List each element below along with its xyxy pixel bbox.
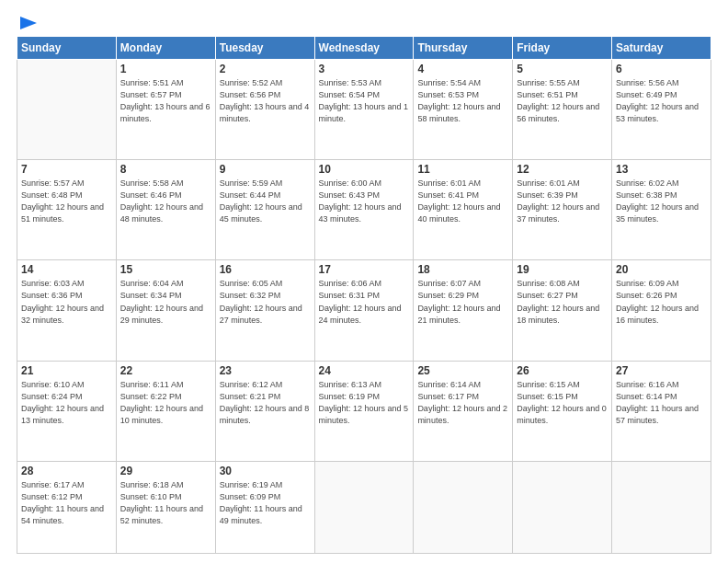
cell-daylight-info: Daylight: 11 hours and 52 minutes. (120, 503, 211, 527)
cell-sun-info: Sunrise: 5:52 AM (220, 77, 311, 89)
day-number: 16 (220, 263, 311, 276)
table-row: 26Sunrise: 6:15 AMSunset: 6:15 PMDayligh… (513, 361, 612, 461)
cell-sun-info: Sunrise: 6:08 AM (517, 278, 608, 290)
cell-daylight-info: Daylight: 12 hours and 5 minutes. (319, 403, 410, 427)
table-row: 17Sunrise: 6:06 AMSunset: 6:31 PMDayligh… (314, 260, 414, 361)
day-number: 10 (319, 163, 410, 176)
table-row: 12Sunrise: 6:01 AMSunset: 6:39 PMDayligh… (513, 160, 612, 260)
cell-daylight-info: Daylight: 12 hours and 16 minutes. (616, 303, 707, 327)
day-number: 1 (120, 63, 211, 75)
day-number: 24 (319, 364, 410, 377)
header-tuesday: Tuesday (215, 37, 314, 60)
cell-daylight-info: Daylight: 12 hours and 24 minutes. (319, 303, 410, 327)
cell-daylight-info: Daylight: 12 hours and 21 minutes. (417, 303, 508, 327)
cell-sun-info: Sunrise: 6:11 AM (120, 379, 211, 391)
table-row: 20Sunrise: 6:09 AMSunset: 6:26 PMDayligh… (612, 260, 711, 361)
cell-sun-info: Sunrise: 6:17 AM (21, 479, 112, 491)
cell-sun-info: Sunrise: 6:14 AM (417, 379, 508, 391)
cell-sun-info: Sunrise: 5:58 AM (120, 178, 211, 190)
day-number: 15 (120, 263, 211, 276)
cell-daylight-info: Daylight: 12 hours and 0 minutes. (517, 403, 608, 427)
table-row: 15Sunrise: 6:04 AMSunset: 6:34 PMDayligh… (116, 260, 215, 361)
day-number: 5 (517, 63, 608, 75)
cell-sunset-info: Sunset: 6:49 PM (616, 89, 707, 101)
cell-sun-info: Sunrise: 6:12 AM (220, 379, 311, 391)
cell-sunset-info: Sunset: 6:43 PM (319, 190, 410, 201)
cell-daylight-info: Daylight: 12 hours and 13 minutes. (21, 403, 112, 427)
cell-daylight-info: Daylight: 12 hours and 18 minutes. (517, 303, 608, 327)
cell-sunset-info: Sunset: 6:31 PM (319, 290, 410, 302)
cell-sun-info: Sunrise: 6:06 AM (319, 278, 410, 290)
day-number: 22 (120, 364, 211, 377)
cell-sun-info: Sunrise: 5:54 AM (417, 77, 508, 89)
table-row: 16Sunrise: 6:05 AMSunset: 6:32 PMDayligh… (215, 260, 314, 361)
cell-daylight-info: Daylight: 11 hours and 49 minutes. (220, 503, 311, 527)
logo (17, 17, 39, 30)
cell-daylight-info: Daylight: 13 hours and 1 minute. (319, 101, 410, 125)
table-row (612, 461, 711, 553)
cell-sunset-info: Sunset: 6:29 PM (417, 290, 508, 302)
cell-daylight-info: Daylight: 12 hours and 58 minutes. (417, 101, 508, 125)
cell-sun-info: Sunrise: 6:18 AM (120, 479, 211, 491)
table-row: 25Sunrise: 6:14 AMSunset: 6:17 PMDayligh… (414, 361, 513, 461)
cell-daylight-info: Daylight: 12 hours and 53 minutes. (616, 101, 707, 125)
cell-sun-info: Sunrise: 6:07 AM (417, 278, 508, 290)
cell-sunset-info: Sunset: 6:27 PM (517, 290, 608, 302)
table-row: 10Sunrise: 6:00 AMSunset: 6:43 PMDayligh… (314, 160, 414, 260)
table-row: 11Sunrise: 6:01 AMSunset: 6:41 PMDayligh… (414, 160, 513, 260)
cell-sun-info: Sunrise: 6:15 AM (517, 379, 608, 391)
header-saturday: Saturday (612, 37, 711, 60)
table-row: 4Sunrise: 5:54 AMSunset: 6:53 PMDaylight… (414, 60, 513, 160)
day-number: 19 (517, 263, 608, 276)
cell-sun-info: Sunrise: 6:10 AM (21, 379, 112, 391)
cell-sunset-info: Sunset: 6:19 PM (319, 391, 410, 403)
cell-daylight-info: Daylight: 12 hours and 51 minutes. (21, 201, 112, 225)
cell-daylight-info: Daylight: 12 hours and 35 minutes. (616, 201, 707, 225)
cell-sun-info: Sunrise: 5:55 AM (517, 77, 608, 89)
cell-sunset-info: Sunset: 6:53 PM (417, 89, 508, 101)
cell-sun-info: Sunrise: 6:05 AM (220, 278, 311, 290)
table-row: 9Sunrise: 5:59 AMSunset: 6:44 PMDaylight… (215, 160, 314, 260)
cell-sunset-info: Sunset: 6:10 PM (120, 491, 211, 503)
cell-sun-info: Sunrise: 5:53 AM (319, 77, 410, 89)
cell-sun-info: Sunrise: 6:09 AM (616, 278, 707, 290)
cell-sun-info: Sunrise: 6:01 AM (417, 178, 508, 190)
day-number: 17 (319, 263, 410, 276)
day-number: 2 (220, 63, 311, 75)
cell-sunset-info: Sunset: 6:22 PM (120, 391, 211, 403)
cell-daylight-info: Daylight: 11 hours and 57 minutes. (616, 403, 707, 427)
cell-daylight-info: Daylight: 12 hours and 10 minutes. (120, 403, 211, 427)
cell-sunset-info: Sunset: 6:09 PM (220, 491, 311, 503)
table-row: 5Sunrise: 5:55 AMSunset: 6:51 PMDaylight… (513, 60, 612, 160)
day-number: 11 (417, 163, 508, 176)
calendar-week-row: 21Sunrise: 6:10 AMSunset: 6:24 PMDayligh… (17, 361, 711, 461)
cell-daylight-info: Daylight: 13 hours and 4 minutes. (220, 101, 311, 125)
cell-sun-info: Sunrise: 6:13 AM (319, 379, 410, 391)
cell-sun-info: Sunrise: 6:03 AM (21, 278, 112, 290)
header-thursday: Thursday (414, 37, 513, 60)
day-number: 20 (616, 263, 707, 276)
header (17, 17, 711, 30)
day-number: 29 (120, 465, 211, 477)
day-number: 25 (417, 364, 508, 377)
cell-sun-info: Sunrise: 5:51 AM (120, 77, 211, 89)
day-number: 6 (616, 63, 707, 75)
cell-sunset-info: Sunset: 6:57 PM (120, 89, 211, 101)
cell-sunset-info: Sunset: 6:26 PM (616, 290, 707, 302)
calendar-table: Sunday Monday Tuesday Wednesday Thursday… (17, 36, 711, 554)
page: Sunday Monday Tuesday Wednesday Thursday… (0, 0, 728, 563)
cell-sunset-info: Sunset: 6:36 PM (21, 290, 112, 302)
cell-sunset-info: Sunset: 6:15 PM (517, 391, 608, 403)
calendar-week-row: 1Sunrise: 5:51 AMSunset: 6:57 PMDaylight… (17, 60, 711, 160)
cell-sunset-info: Sunset: 6:21 PM (220, 391, 311, 403)
calendar-week-row: 28Sunrise: 6:17 AMSunset: 6:12 PMDayligh… (17, 461, 711, 553)
cell-daylight-info: Daylight: 12 hours and 56 minutes. (517, 101, 608, 125)
table-row: 28Sunrise: 6:17 AMSunset: 6:12 PMDayligh… (17, 461, 117, 553)
day-number: 23 (220, 364, 311, 377)
cell-sun-info: Sunrise: 6:16 AM (616, 379, 707, 391)
cell-sun-info: Sunrise: 6:01 AM (517, 178, 608, 190)
table-row: 3Sunrise: 5:53 AMSunset: 6:54 PMDaylight… (314, 60, 414, 160)
cell-sunset-info: Sunset: 6:46 PM (120, 190, 211, 201)
cell-daylight-info: Daylight: 12 hours and 43 minutes. (319, 201, 410, 225)
table-row: 1Sunrise: 5:51 AMSunset: 6:57 PMDaylight… (116, 60, 215, 160)
